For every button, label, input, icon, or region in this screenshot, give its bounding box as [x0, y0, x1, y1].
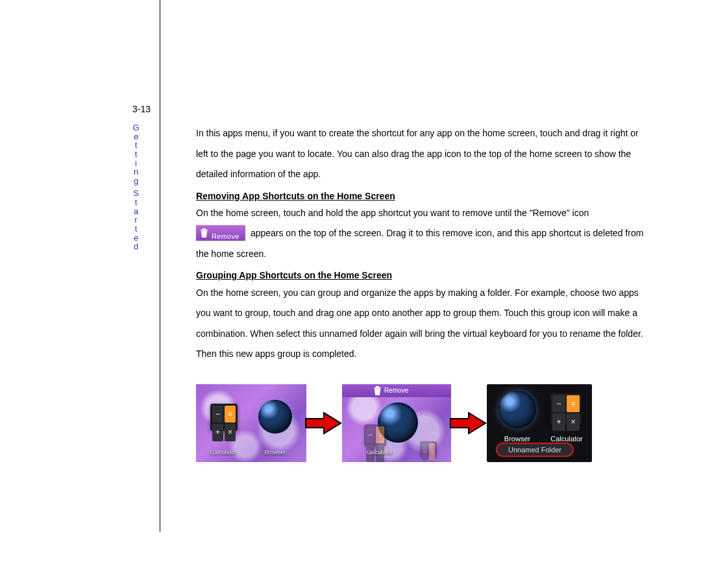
- heading-removing: Removing App Shortcuts on the Home Scree…: [196, 189, 650, 203]
- remove-icon-chip: Remove: [196, 225, 245, 241]
- browser-globe-icon: [258, 400, 292, 434]
- group-paragraph: On the home screen, you can group and or…: [196, 283, 650, 365]
- calculator-icon-ghost: −=+×: [420, 441, 437, 458]
- remove-text-2: appears on the top of the screen. Drag i…: [196, 228, 643, 259]
- svg-marker-1: [450, 413, 486, 434]
- svg-marker-0: [306, 413, 341, 434]
- remove-bar-label: Remove: [384, 384, 408, 398]
- browser-globe-icon: [498, 391, 536, 428]
- remove-paragraph: On the home screen, touch and hold the a…: [196, 203, 650, 265]
- browser-label: Browser: [256, 447, 295, 459]
- remove-chip-label: Remove: [212, 228, 240, 245]
- content-area: In this apps menu, if you want to create…: [196, 123, 650, 462]
- trash-icon: [373, 386, 382, 396]
- calculator-label: Calculator: [360, 447, 399, 459]
- remove-bar: Remove: [342, 384, 451, 397]
- calculator-icon: −=+×: [210, 404, 238, 431]
- figure-panel-3: Browser −=+× Calculator Unnamed Folder: [487, 384, 592, 462]
- arrow-icon: [304, 411, 342, 435]
- calculator-icon: −=+×: [550, 393, 582, 424]
- calculator-label: Calculator: [204, 447, 243, 459]
- section-label: Getting Started: [131, 123, 141, 251]
- arrow-icon: [449, 411, 487, 435]
- page-divider: [160, 0, 160, 532]
- remove-text-1: On the home screen, touch and hold the a…: [196, 208, 589, 218]
- trash-icon: [200, 228, 208, 238]
- unnamed-folder-label: Unnamed Folder: [508, 442, 561, 458]
- figure-panel-2: Remove −=+× Calculator −=+×: [342, 384, 451, 462]
- calculator-icon-dragging: −=+×: [364, 424, 386, 447]
- unnamed-folder-tag: Unnamed Folder: [496, 443, 574, 457]
- figure-panel-1: −=+× Calculator Browser: [196, 384, 306, 462]
- page-number: 3-13: [132, 104, 151, 114]
- heading-grouping: Grouping App Shortcuts on the Home Scree…: [196, 268, 650, 282]
- intro-paragraph: In this apps menu, if you want to create…: [196, 123, 650, 185]
- figure-row: −=+× Calculator Browser Remove −=+× Calc…: [196, 384, 650, 462]
